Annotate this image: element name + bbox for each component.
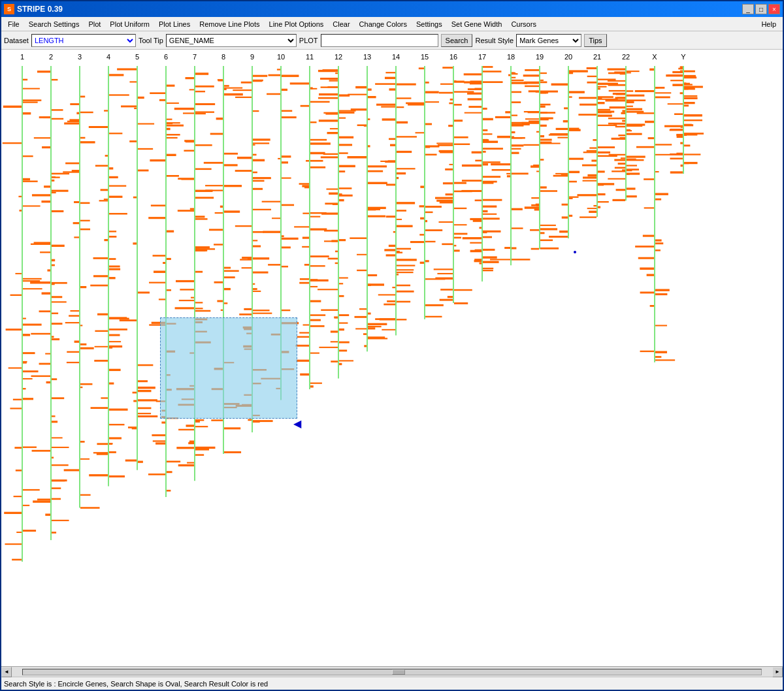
svg-rect-785: [512, 247, 516, 249]
svg-rect-995: [608, 84, 625, 86]
svg-rect-232: [167, 154, 176, 156]
svg-rect-222: [133, 197, 137, 199]
menu-plot-uniform[interactable]: Plot Uniform: [106, 19, 154, 29]
svg-rect-573: [368, 118, 370, 120]
svg-rect-702: [448, 296, 453, 298]
svg-rect-64: [52, 498, 61, 500]
menu-search-settings[interactable]: Search Settings: [25, 19, 84, 29]
menu-plot-lines[interactable]: Plot Lines: [155, 19, 194, 29]
menu-remove-line-plots[interactable]: Remove Line Plots: [195, 19, 263, 29]
svg-rect-3: [10, 408, 22, 409]
svg-rect-12: [23, 489, 40, 490]
svg-rect-1012: [649, 69, 654, 71]
svg-rect-647: [419, 67, 424, 69]
tooltip-select[interactable]: GENE_NAME: [166, 34, 297, 47]
svg-rect-920: [598, 88, 600, 89]
svg-rect-981: [627, 90, 633, 91]
svg-rect-705: [440, 299, 453, 301]
svg-rect-873: [569, 91, 585, 93]
svg-rect-311: [195, 113, 206, 114]
svg-rect-291: [191, 297, 194, 298]
svg-rect-1010: [648, 137, 654, 139]
close-button[interactable]: ×: [768, 4, 780, 14]
svg-rect-831: [540, 139, 552, 141]
result-style-select[interactable]: Mark Genes: [516, 34, 581, 47]
dataset-select[interactable]: LENGTH: [31, 34, 136, 47]
menu-change-colors[interactable]: Change Colors: [355, 19, 411, 29]
chromosome-view[interactable]: 12345678910111213141516171819202122XY ◀: [1, 50, 783, 666]
svg-rect-988: [614, 71, 625, 73]
svg-rect-525: [339, 165, 355, 167]
scrollbar-track[interactable]: [22, 669, 762, 675]
menu-file[interactable]: File: [4, 19, 24, 29]
tips-button[interactable]: Tips: [584, 34, 606, 47]
svg-rect-484: [299, 183, 309, 185]
svg-rect-812: [512, 137, 514, 138]
svg-rect-959: [616, 189, 625, 191]
svg-rect-267: [148, 217, 165, 219]
svg-rect-488: [300, 374, 309, 376]
svg-rect-1005: [655, 351, 667, 353]
maximize-button[interactable]: □: [755, 4, 767, 14]
svg-rect-401: [253, 291, 261, 292]
svg-rect-1007: [655, 359, 675, 361]
minimize-button[interactable]: _: [742, 4, 754, 14]
menu-set-gene-width[interactable]: Set Gene Width: [448, 19, 506, 29]
svg-rect-819: [525, 86, 539, 88]
svg-rect-683: [440, 84, 453, 85]
svg-rect-405: [253, 231, 264, 233]
svg-rect-745: [479, 227, 482, 229]
svg-rect-283: [186, 77, 194, 79]
svg-rect-707: [454, 224, 466, 225]
menu-settings[interactable]: Settings: [412, 19, 446, 29]
svg-rect-18: [3, 106, 22, 108]
svg-rect-469: [297, 360, 309, 362]
svg-rect-1002: [645, 121, 654, 123]
scroll-right-button[interactable]: ►: [772, 667, 783, 677]
svg-rect-587: [368, 336, 385, 338]
svg-rect-508: [339, 112, 354, 114]
svg-rect-82: [52, 210, 63, 212]
svg-rect-1084: [684, 95, 697, 97]
svg-rect-1023: [636, 146, 654, 148]
svg-rect-939: [627, 99, 645, 101]
svg-rect-585: [354, 316, 367, 318]
svg-rect-615: [389, 138, 395, 140]
svg-rect-826: [523, 74, 539, 76]
svg-rect-304: [195, 248, 215, 249]
svg-rect-1045: [684, 120, 702, 121]
svg-rect-1004: [655, 239, 662, 241]
svg-rect-661: [410, 241, 424, 243]
menu-clear[interactable]: Clear: [329, 19, 353, 29]
svg-rect-760: [470, 80, 482, 82]
svg-rect-418: [253, 257, 269, 259]
svg-rect-187: [109, 196, 122, 198]
svg-rect-722: [468, 88, 482, 90]
search-button[interactable]: Search: [441, 34, 473, 47]
menu-help[interactable]: Help: [757, 19, 780, 29]
svg-rect-932: [598, 125, 617, 126]
svg-text:16: 16: [449, 53, 457, 61]
scrollbar-thumb[interactable]: [392, 669, 405, 675]
svg-rect-976: [613, 123, 625, 125]
svg-rect-911: [587, 67, 596, 69]
svg-rect-473: [310, 265, 325, 266]
menu-line-plot-options[interactable]: Line Plot Options: [265, 19, 328, 29]
svg-rect-1009: [655, 193, 668, 195]
scroll-left-button[interactable]: ◄: [1, 667, 12, 677]
svg-rect-320: [195, 216, 204, 217]
svg-rect-973: [627, 133, 642, 135]
svg-rect-227: [167, 119, 172, 120]
menu-plot[interactable]: Plot: [84, 19, 105, 29]
svg-rect-443: [282, 310, 290, 311]
horizontal-scrollbar[interactable]: ◄ ►: [1, 666, 783, 677]
svg-rect-630: [397, 177, 399, 179]
svg-rect-867: [569, 171, 580, 173]
svg-rect-129: [67, 351, 79, 353]
svg-rect-633: [375, 83, 395, 85]
plot-input[interactable]: [321, 34, 438, 47]
svg-rect-532: [321, 156, 338, 158]
svg-text:12: 12: [335, 53, 342, 61]
svg-rect-209: [138, 399, 157, 401]
menu-cursors[interactable]: Cursors: [507, 19, 540, 29]
